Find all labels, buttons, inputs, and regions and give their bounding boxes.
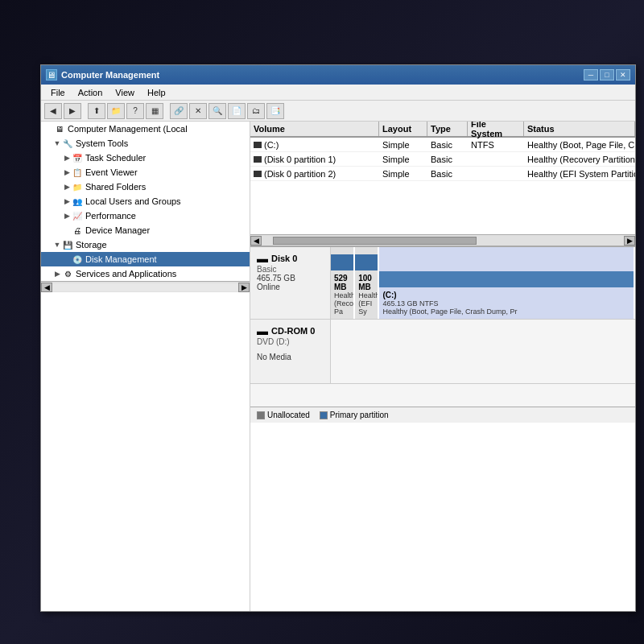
tree-scroll-left[interactable]: ◀ xyxy=(41,283,52,292)
partition-label-0-1: 529 MB xyxy=(334,274,350,291)
expand-icon-performance: ▶ xyxy=(62,211,72,221)
partition-health-0-3: Healthy (Boot, Page File, Crash Dump, Pr xyxy=(382,308,630,316)
tree-item-performance[interactable]: ▶ 📈 Performance xyxy=(41,208,250,223)
view-button[interactable]: ▦ xyxy=(146,103,163,119)
back-button[interactable]: ◀ xyxy=(44,103,62,119)
forward-button[interactable]: ▶ xyxy=(64,103,81,119)
table-header: Volume Layout Type File System Status xyxy=(250,122,635,138)
close-button[interactable]: ✕ xyxy=(616,69,630,80)
tree-item-event-viewer[interactable]: ▶ 📋 Event Viewer xyxy=(41,165,250,180)
partition-detail-0-2: Healthy (EFI Sy xyxy=(358,291,374,316)
window-controls: ─ □ ✕ xyxy=(584,69,630,80)
folder-button[interactable]: 📁 xyxy=(107,103,125,119)
table-row[interactable]: (C:) Simple Basic NTFS Healthy (Boot, Pa… xyxy=(250,138,635,152)
partition-0-3[interactable]: (C:) 465.13 GB NTFS Healthy (Boot, Page … xyxy=(379,247,635,319)
col-filesystem[interactable]: File System xyxy=(468,122,524,136)
tree-item-storage[interactable]: ▼ 💾 Storage xyxy=(41,237,250,252)
cell-type-2: Basic xyxy=(427,169,468,179)
tree-hscrollbar[interactable]: ◀ ▶ xyxy=(41,281,250,292)
menu-file[interactable]: File xyxy=(44,86,72,99)
legend-unallocated: Unallocated xyxy=(257,411,310,419)
tree-item-system-tools[interactable]: ▼ 🔧 System Tools xyxy=(41,136,250,151)
disk0-partitions: 529 MB Healthy (Recovery Pa 100 MB Healt… xyxy=(331,247,635,319)
device-icon: 🖨 xyxy=(72,225,83,236)
table-scroll-left[interactable]: ◀ xyxy=(250,236,262,246)
export-button[interactable]: 📄 xyxy=(228,103,246,119)
tree-item-shared-folders[interactable]: ▶ 📁 Shared Folders xyxy=(41,180,250,194)
delete-button[interactable]: ✕ xyxy=(189,103,207,119)
partition-bar-0-3 xyxy=(379,271,634,287)
legend-label-primary: Primary partition xyxy=(330,411,389,419)
more-button[interactable]: 📑 xyxy=(266,103,284,119)
task-label: Task Scheduler xyxy=(85,153,146,163)
refresh-button[interactable]: 🗂 xyxy=(247,103,265,119)
cell-layout-0: Simple xyxy=(379,140,427,150)
disk0-size: 465.75 GB xyxy=(257,274,324,283)
window-icon: 🖥 xyxy=(46,69,57,80)
table-scroll-right[interactable]: ▶ xyxy=(624,236,635,246)
partition-label-0-3: (C:) xyxy=(382,291,630,299)
shared-label: Shared Folders xyxy=(85,182,146,192)
cell-status-1: Healthy (Recovery Partition) xyxy=(524,155,635,164)
cdrom-name: CD-ROM 0 xyxy=(271,326,315,336)
partition-0-1[interactable]: 529 MB Healthy (Recovery Pa xyxy=(331,247,355,319)
up-button[interactable]: ⬆ xyxy=(88,103,105,119)
col-status[interactable]: Status xyxy=(524,122,635,136)
scroll-thumb[interactable] xyxy=(273,237,477,245)
menu-view[interactable]: View xyxy=(109,86,141,99)
help-button[interactable]: ? xyxy=(126,103,144,119)
partition-bar-0-1 xyxy=(331,254,353,270)
toolbar: ◀ ▶ ⬆ 📁 ? ▦ 🔗 ✕ 🔍 📄 🗂 📑 xyxy=(41,101,635,122)
volume-icon-0 xyxy=(254,142,262,148)
col-volume[interactable]: Volume xyxy=(250,122,379,136)
legend-box-unallocated xyxy=(257,411,265,419)
storage-icon: 💾 xyxy=(62,239,73,250)
expand-icon-storage: ▼ xyxy=(52,240,62,250)
table-row[interactable]: (Disk 0 partition 1) Simple Basic Health… xyxy=(250,152,635,167)
col-layout[interactable]: Layout xyxy=(379,122,427,136)
expand-icon-users: ▶ xyxy=(62,196,72,206)
cdrom-icon: ▬ xyxy=(257,324,268,337)
performance-icon: 📈 xyxy=(72,210,83,221)
minimize-button[interactable]: ─ xyxy=(584,69,598,80)
tree-item-root[interactable]: 🖥 Computer Management (Local xyxy=(41,122,250,136)
cell-volume-0: (C:) xyxy=(250,140,379,150)
properties-button[interactable]: 🔍 xyxy=(208,103,226,119)
disk-mgmt-label: Disk Management xyxy=(85,254,157,264)
menu-help[interactable]: Help xyxy=(141,86,172,99)
tree-item-local-users[interactable]: ▶ 👥 Local Users and Groups xyxy=(41,194,250,208)
partition-0-2[interactable]: 100 MB Healthy (EFI Sy xyxy=(355,247,379,319)
expand-icon-device xyxy=(62,225,72,235)
tree-panel[interactable]: 🖥 Computer Management (Local ▼ 🔧 System … xyxy=(41,122,250,611)
partition-label-0-2: 100 MB xyxy=(358,274,374,291)
tree-item-services[interactable]: ▶ ⚙ Services and Applications xyxy=(41,266,250,281)
disk-label-cdrom: ▬ CD-ROM 0 DVD (D:) No Media xyxy=(250,320,331,383)
col-type[interactable]: Type xyxy=(427,122,468,136)
cell-type-1: Basic xyxy=(427,155,468,164)
legend-bar: Unallocated Primary partition xyxy=(250,407,635,423)
maximize-button[interactable]: □ xyxy=(600,69,614,80)
tree-scroll-right[interactable]: ▶ xyxy=(238,283,250,292)
partition-info-0-1: 529 MB Healthy (Recovery Pa xyxy=(331,270,353,319)
expand-icon-system-tools: ▼ xyxy=(52,138,62,148)
legend-label-unallocated: Unallocated xyxy=(267,411,310,419)
window-title: Computer Management xyxy=(61,70,584,80)
cell-layout-1: Simple xyxy=(379,155,427,164)
partition-info-0-3: (C:) 465.13 GB NTFS Healthy (Boot, Page … xyxy=(379,287,634,319)
tree-item-disk-management[interactable]: 💿 Disk Management xyxy=(41,252,250,266)
tree-item-device-manager[interactable]: 🖨 Device Manager xyxy=(41,223,250,237)
storage-label: Storage xyxy=(76,240,107,250)
services-icon: ⚙ xyxy=(62,268,73,279)
connect-button[interactable]: 🔗 xyxy=(170,103,188,119)
disk-area: ▬ Disk 0 Basic 465.75 GB Online xyxy=(250,246,635,407)
legend-primary: Primary partition xyxy=(320,411,389,419)
disk-entry-0: ▬ Disk 0 Basic 465.75 GB Online xyxy=(250,247,635,320)
disk0-type: Basic xyxy=(257,265,324,274)
table-hscrollbar[interactable]: ◀ ▶ xyxy=(250,234,635,246)
volume-icon-2 xyxy=(254,171,262,177)
expand-icon-task: ▶ xyxy=(62,153,72,163)
menu-action[interactable]: Action xyxy=(72,86,109,99)
scroll-track[interactable] xyxy=(273,237,613,245)
table-row[interactable]: (Disk 0 partition 2) Simple Basic Health… xyxy=(250,167,635,181)
tree-item-task-scheduler[interactable]: ▶ 📅 Task Scheduler xyxy=(41,151,250,165)
